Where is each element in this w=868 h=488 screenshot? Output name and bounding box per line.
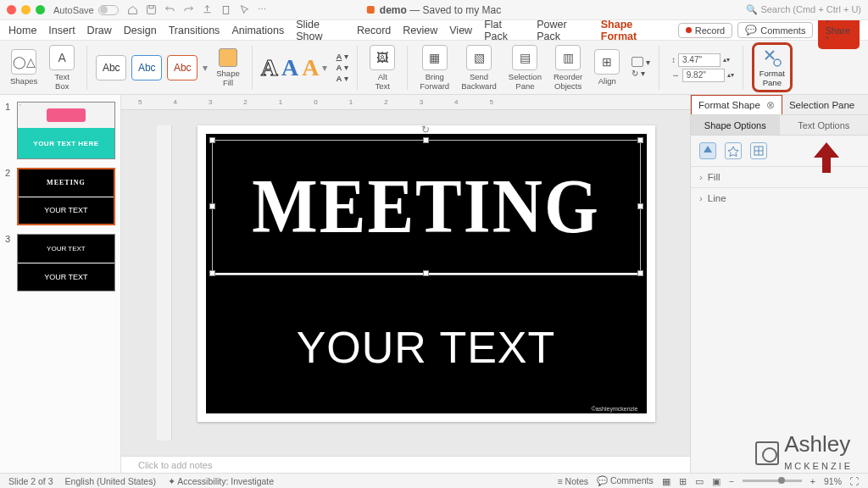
redo-icon[interactable] [183, 4, 194, 15]
text-fill-button[interactable]: A▾ [336, 52, 348, 61]
send-backward-button[interactable]: ▧Send Backward [458, 43, 500, 92]
slide-thumbnail-1[interactable]: YOUR TEXT HERE [17, 102, 115, 159]
bottom-shape[interactable]: YOUR TEXT [206, 281, 647, 413]
fit-button[interactable]: ⛶ [850, 476, 860, 486]
slide-thumbnail-3[interactable]: YOUR TEXT YOUR TEXT [17, 234, 115, 291]
resize-handle[interactable] [637, 203, 643, 209]
bring-forward-button[interactable]: ▦Bring Forward [416, 43, 453, 92]
tab-slideshow[interactable]: Slide Show [296, 19, 345, 42]
maximize-icon[interactable] [36, 5, 45, 14]
height-input[interactable]: 3.47" [678, 53, 721, 67]
export-icon[interactable] [202, 4, 213, 15]
slide-thumbnail-2[interactable]: MEETING YOUR TEXT [17, 168, 115, 225]
zoom-level[interactable]: 91% [824, 476, 842, 486]
resize-handle[interactable] [209, 270, 215, 276]
resize-handle[interactable] [423, 270, 429, 276]
comments-button[interactable]: 💬 Comments [737, 22, 813, 38]
selected-shape[interactable]: MEETING [213, 141, 640, 274]
horizontal-ruler[interactable]: 54321012345 [121, 95, 690, 110]
record-button[interactable]: Record [678, 23, 732, 38]
slide-watermark: ©ashleymckenzie [592, 406, 638, 412]
text-outline-button[interactable]: A▾ [336, 63, 348, 72]
normal-view-icon[interactable]: ▦ [662, 476, 670, 486]
shape-style-3[interactable]: Abc [167, 55, 198, 80]
format-shape-tab[interactable]: Format Shape⊗ [691, 95, 782, 114]
tab-view[interactable]: View [449, 25, 472, 36]
rotate-button[interactable]: ↻▾ [632, 69, 650, 78]
shape-style-1[interactable]: Abc [96, 55, 126, 80]
undo-icon[interactable] [164, 4, 175, 15]
close-icon[interactable]: ⊗ [766, 99, 775, 111]
width-input[interactable]: 9.82" [682, 69, 725, 82]
wordart-style-1[interactable]: A [261, 54, 278, 81]
wordart-more-icon[interactable]: ▾ [322, 62, 327, 74]
shape-text[interactable]: MEETING [252, 163, 599, 250]
autosave-toggle[interactable]: AutoSave [53, 5, 119, 15]
tab-home[interactable]: Home [8, 25, 36, 36]
shapes-menu[interactable]: ◯△Shapes [7, 47, 41, 87]
text-options-tab[interactable]: Text Options [780, 115, 869, 135]
zoom-slider[interactable] [743, 480, 802, 482]
group-button[interactable]: ▾ [632, 57, 650, 67]
wordart-style-3[interactable]: A [302, 54, 319, 81]
pointer-icon[interactable] [239, 4, 250, 15]
textbox-button[interactable]: AText Box [46, 43, 78, 92]
effects-icon[interactable] [725, 142, 742, 159]
align-menu[interactable]: ⊞Align [591, 47, 623, 87]
tab-record[interactable]: Record [357, 25, 391, 36]
fill-line-icon[interactable] [699, 142, 716, 159]
slideshow-view-icon[interactable]: ▣ [712, 476, 721, 486]
tab-design[interactable]: Design [124, 25, 157, 36]
shape-fill-menu[interactable]: Shape Fill [213, 47, 242, 89]
search-field[interactable]: 🔍 Search (Cmd + Ctrl + U) [746, 4, 861, 15]
resize-handle[interactable] [637, 270, 643, 276]
resize-handle[interactable] [209, 137, 215, 143]
save-icon[interactable] [146, 4, 157, 15]
resize-handle[interactable] [209, 203, 215, 209]
reorder-objects-button[interactable]: ▥Reorder Objects [550, 43, 586, 92]
selection-pane-button[interactable]: ▤Selection Pane [505, 43, 545, 92]
tab-draw[interactable]: Draw [87, 25, 112, 36]
sorter-view-icon[interactable]: ⊞ [679, 476, 687, 486]
resize-handle[interactable] [637, 137, 643, 143]
more-icon[interactable]: ⋯ [258, 4, 266, 15]
selection-pane-tab[interactable]: Selection Pane [782, 95, 861, 114]
window-controls[interactable] [7, 5, 45, 14]
tab-flatpack[interactable]: Flat Pack [484, 19, 525, 42]
line-section[interactable]: Line [691, 187, 868, 208]
resize-handle[interactable] [423, 137, 429, 143]
toggle-icon[interactable] [98, 5, 119, 15]
slide-canvas[interactable]: MEETING YOUR TEXT ©ashleymckenzie [198, 125, 655, 422]
shape-text[interactable]: YOUR TEXT [297, 322, 556, 373]
tab-powerpack[interactable]: Power Pack [537, 19, 589, 42]
shape-style-2[interactable]: Abc [131, 55, 162, 80]
reading-view-icon[interactable]: ▭ [695, 476, 704, 486]
home-icon[interactable] [127, 4, 138, 15]
alt-text-button[interactable]: 🖼Alt Text [366, 43, 398, 92]
size-props-icon[interactable] [750, 142, 767, 159]
clipboard-icon[interactable] [220, 4, 231, 15]
tab-transitions[interactable]: Transitions [169, 25, 220, 36]
close-icon[interactable] [7, 5, 16, 14]
zoom-out-button[interactable]: − [729, 476, 734, 486]
minimize-icon[interactable] [21, 5, 31, 14]
height-icon: ↕ [671, 55, 676, 64]
notes-pane[interactable]: Click to add notes [121, 456, 690, 473]
accessibility-indicator[interactable]: ✦ Accessibility: Investigate [168, 476, 274, 486]
shape-options-tab[interactable]: Shape Options [691, 115, 780, 135]
vertical-ruler[interactable] [157, 125, 172, 441]
format-pane-button[interactable]: Format Pane [752, 42, 793, 92]
slide-indicator[interactable]: Slide 2 of 3 [8, 476, 53, 486]
tab-shape-format[interactable]: Shape Format [601, 19, 666, 42]
tab-review[interactable]: Review [403, 25, 437, 36]
tab-insert[interactable]: Insert [48, 25, 75, 36]
style-more-icon[interactable]: ▾ [203, 62, 208, 74]
zoom-in-button[interactable]: + [810, 476, 815, 486]
notes-button[interactable]: ≡ Notes [558, 476, 588, 486]
comments-button[interactable]: 💬 Comments [597, 475, 654, 486]
tab-animations[interactable]: Animations [231, 25, 284, 36]
wordart-gallery[interactable]: A A A ▾ [261, 54, 328, 81]
language-indicator[interactable]: English (United States) [65, 476, 156, 486]
text-effects-button[interactable]: A▾ [336, 74, 348, 83]
wordart-style-2[interactable]: A [281, 54, 298, 81]
